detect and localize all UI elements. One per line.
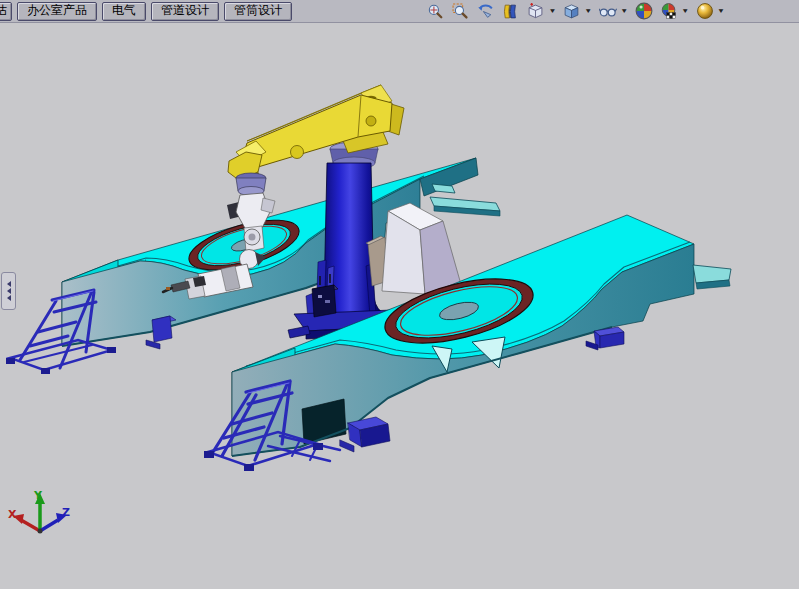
- zoom-to-fit-icon[interactable]: [426, 2, 445, 21]
- collapse-arrow-icon: [7, 295, 11, 301]
- heads-up-view-toolbar: ▼ ▼ ▼: [426, 2, 799, 21]
- display-style-dropdown[interactable]: ▼: [584, 7, 592, 14]
- section-view-icon[interactable]: [501, 2, 520, 21]
- side-panel-toggle[interactable]: [1, 272, 16, 310]
- tab-office-products[interactable]: 办公室产品: [17, 2, 97, 21]
- command-manager-toolbar: 估 办公室产品 电气 管道设计 管筒设计: [0, 0, 799, 23]
- command-tabs: 估 办公室产品 电气 管道设计 管筒设计: [0, 0, 297, 23]
- display-style-icon[interactable]: [562, 2, 581, 21]
- triad-y-label: Y: [33, 489, 43, 502]
- hide-show-items-dropdown[interactable]: ▼: [620, 7, 628, 14]
- graphics-viewport[interactable]: X Y Z: [0, 22, 799, 589]
- solidworks-window: 估 办公室产品 电气 管道设计 管筒设计: [0, 0, 799, 589]
- edit-appearance-icon[interactable]: [634, 2, 653, 21]
- view-settings-dropdown[interactable]: ▼: [717, 7, 725, 14]
- tab-partial[interactable]: 估: [0, 2, 12, 21]
- apply-scene-dropdown[interactable]: ▼: [681, 7, 689, 14]
- triad-z-label: Z: [62, 506, 70, 519]
- triad-x-label: X: [8, 508, 17, 521]
- previous-view-icon[interactable]: [476, 2, 495, 21]
- view-orientation-icon[interactable]: [526, 2, 545, 21]
- view-settings-icon[interactable]: [695, 2, 714, 21]
- tab-tubing[interactable]: 管筒设计: [224, 2, 292, 21]
- collapse-arrow-icon: [7, 288, 11, 294]
- hide-show-items-icon[interactable]: [598, 2, 617, 21]
- collapse-arrow-icon: [7, 281, 11, 287]
- apply-scene-icon[interactable]: [659, 2, 678, 21]
- tab-electrical[interactable]: 电气: [102, 2, 146, 21]
- view-orientation-dropdown[interactable]: ▼: [548, 7, 556, 14]
- tab-piping[interactable]: 管道设计: [151, 2, 219, 21]
- zoom-to-area-icon[interactable]: [451, 2, 470, 21]
